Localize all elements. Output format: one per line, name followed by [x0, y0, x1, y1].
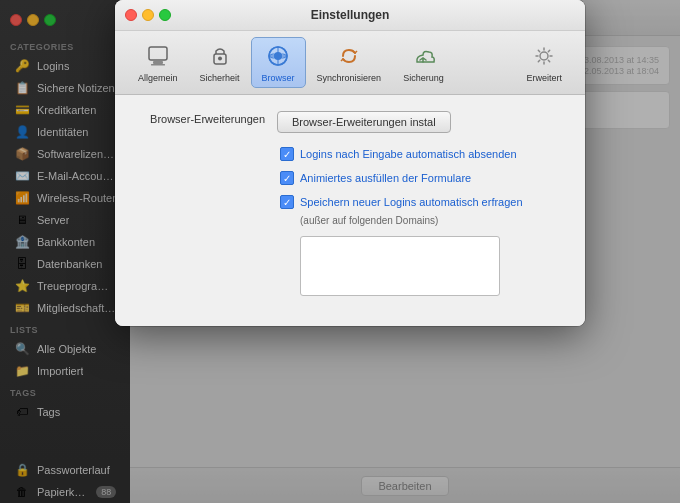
modal-minimize-button[interactable]	[142, 9, 154, 21]
browser-icon	[264, 42, 292, 70]
modal-traffic-lights	[125, 9, 171, 21]
toolbar-item-synchronisieren[interactable]: Synchronisieren	[306, 37, 393, 88]
checkbox-row-logins-auto: ✓ Logins nach Eingabe automatisch absend…	[280, 147, 517, 161]
toolbar-item-erweitert[interactable]: Erweitert	[515, 37, 573, 88]
sub-label: (außer auf folgenden Domains)	[300, 215, 438, 226]
synchronisieren-icon	[335, 42, 363, 70]
svg-rect-2	[151, 64, 165, 66]
modal-toolbar: Allgemein Sicherheit	[115, 31, 585, 95]
allgemein-icon	[144, 42, 172, 70]
modal-dialog: Einstellungen Allgemein	[115, 0, 585, 326]
checkbox-save-logins-label: Speichern neuer Logins automatisch erfra…	[300, 196, 523, 208]
checkbox-animated-fill[interactable]: ✓	[280, 171, 294, 185]
toolbar-label: Allgemein	[138, 73, 178, 83]
checkbox-row-animated-fill: ✓ Animiertes ausfüllen der Formulare	[280, 171, 471, 185]
toolbar-label: Sicherung	[403, 73, 444, 83]
modal-title: Einstellungen	[311, 8, 390, 22]
erweitert-icon	[530, 42, 558, 70]
checkbox-row-save-logins: ✓ Speichern neuer Logins automatisch erf…	[280, 195, 523, 209]
svg-rect-1	[153, 61, 163, 64]
modal-body: Browser-Erweiterungen Browser-Erweiterun…	[115, 95, 585, 326]
checkbox-logins-auto[interactable]: ✓	[280, 147, 294, 161]
toolbar-label: Erweitert	[526, 73, 562, 83]
modal-overlay: Einstellungen Allgemein	[0, 0, 680, 503]
modal-row-checkboxes: ✓ Logins nach Eingabe automatisch absend…	[280, 147, 565, 296]
toolbar-item-sicherung[interactable]: Sicherung	[392, 37, 455, 88]
browser-erweiterungen-label: Browser-Erweiterungen	[135, 111, 265, 125]
checkbox-animated-fill-label: Animiertes ausfüllen der Formulare	[300, 172, 471, 184]
toolbar-item-sicherheit[interactable]: Sicherheit	[189, 37, 251, 88]
toolbar-label: Browser	[262, 73, 295, 83]
checkbox-save-logins[interactable]: ✓	[280, 195, 294, 209]
svg-rect-0	[149, 47, 167, 60]
svg-point-4	[218, 57, 222, 61]
svg-point-10	[540, 52, 548, 60]
toolbar-item-allgemein[interactable]: Allgemein	[127, 37, 189, 88]
modal-row-install: Browser-Erweiterungen Browser-Erweiterun…	[135, 111, 565, 133]
modal-maximize-button[interactable]	[159, 9, 171, 21]
sicherung-icon	[409, 42, 437, 70]
toolbar-label: Synchronisieren	[317, 73, 382, 83]
toolbar-label: Sicherheit	[200, 73, 240, 83]
checkbox-logins-auto-label: Logins nach Eingabe automatisch absenden	[300, 148, 517, 160]
modal-row-content-install: Browser-Erweiterungen instal	[277, 111, 565, 133]
sicherheit-icon	[206, 42, 234, 70]
modal-close-button[interactable]	[125, 9, 137, 21]
modal-titlebar: Einstellungen	[115, 0, 585, 31]
domains-textarea[interactable]	[300, 236, 500, 296]
app-window: CATEGORIES 🔑 Logins 📋 Sichere Notizen 💳 …	[0, 0, 680, 503]
toolbar-item-browser[interactable]: Browser	[251, 37, 306, 88]
install-button[interactable]: Browser-Erweiterungen instal	[277, 111, 451, 133]
